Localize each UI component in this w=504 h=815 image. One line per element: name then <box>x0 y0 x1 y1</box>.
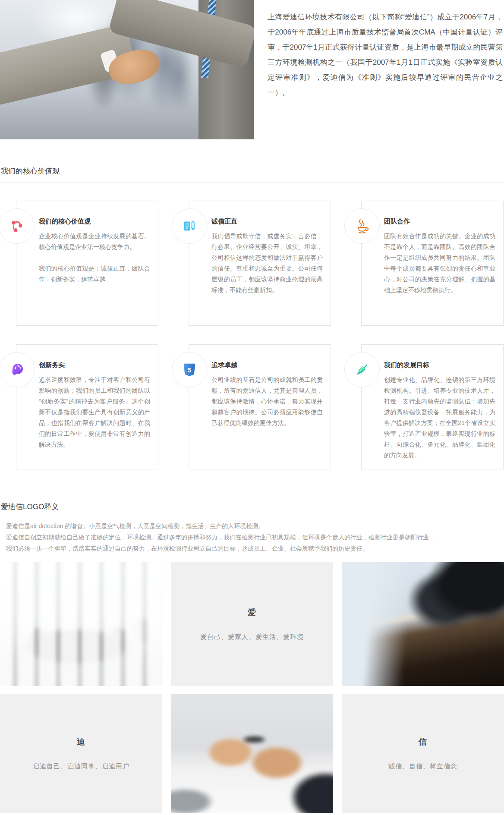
card-title: 追求卓越 <box>211 361 323 369</box>
logo-description-line: 爱迪信是air detection 的谐音。小意是空气检测，大意是空间检测，指生… <box>6 520 502 532</box>
photo-background-layer <box>0 562 162 686</box>
logo-block-xin: 信 诚信、自信、树立信念 <box>342 694 504 813</box>
card-icon-circle <box>344 208 380 244</box>
logo-block-ai: 爱 爱自己、爱家人、爱生活、爱环境 <box>171 562 333 686</box>
card-icon-circle: 5 <box>172 352 207 387</box>
syringe-icon <box>354 362 370 378</box>
handshake-photo <box>0 0 254 139</box>
logo-char: 信 <box>419 736 427 748</box>
meeting-room-photo <box>0 562 162 686</box>
card-paragraph: 我们的核心价值观是：诚信正直，团队合作，创新务实，追求卓越。 <box>39 263 150 285</box>
logo-char: 迪 <box>77 736 85 748</box>
card-title: 我们的发展目标 <box>384 361 495 369</box>
photo-background-layer <box>342 562 504 686</box>
card-paragraph: 公司业绩的基石是公司的成就和员工的贡献，所有的爱迪信人，尤其是管理人员，都应该保… <box>211 374 323 428</box>
card-title: 创新务实 <box>39 361 150 369</box>
elephant-icon <box>9 362 25 378</box>
conference-table-photo <box>342 562 504 686</box>
share-icon <box>9 219 24 233</box>
card-icon-circle <box>0 352 35 387</box>
card-paragraph: 我们倡导戒欺守信，戒虚务实，言必信，行必果。企业经营要公开、诚实、坦率，公司相信… <box>211 231 323 296</box>
card-paragraph: 追求速度和效率，专注于对客户和公司有影响的创新；我们的员工和我们的团队以“创新务… <box>39 374 150 450</box>
card-icon-circle <box>0 208 35 244</box>
card-icon-circle <box>172 208 207 244</box>
value-card: 创新务实 追求速度和效率，专注于对客户和公司有影响的创新；我们的员工和我们的团队… <box>16 344 158 469</box>
card-paragraph: 企业核心价值观是企业持续发展的基石。核心价值观是企业第一核心竞争力。 <box>39 231 150 252</box>
card-title: 我们的核心价值观 <box>39 217 150 226</box>
value-card: 我们的核心价值观 企业核心价值观是企业持续发展的基石。核心价值观是企业第一核心竞… <box>16 201 158 326</box>
logo-description-line: 我们必须一步一个脚印，踏踏实实的通过自己的努力，在环境检测行业树立自己的目标，达… <box>6 543 502 554</box>
about-page: { "about": { "paragraph": "上海爱迪信环境技术有限公司… <box>0 0 504 815</box>
logo-char: 爱 <box>248 607 256 618</box>
card-title: 团队合作 <box>384 217 495 226</box>
card-body: 追求速度和效率，专注于对客户和公司有影响的创新；我们的员工和我们的团队以“创新务… <box>39 374 150 450</box>
value-card: 诚信正直 我们倡导戒欺守信，戒虚务实，言必信，行必果。企业经营要公开、诚实、坦率… <box>189 201 331 326</box>
card-body: 创建专业化、品牌化、连锁的第三方环境检测机构。引进、培养专业的技术人才，打造一支… <box>384 374 495 461</box>
card-paragraph: 团队有效合作是成功的关键。企业的成功不是靠个人，而是靠团队。高效的团队合作一定是… <box>384 231 495 296</box>
document-pencil-icon <box>182 219 197 233</box>
card-body: 团队有效合作是成功的关键。企业的成功不是靠个人，而是靠团队。高效的团队合作一定是… <box>384 231 495 296</box>
value-card: 团队合作 团队有效合作是成功的关键。企业的成功不是靠个人，而是靠团队。高效的团队… <box>361 201 504 326</box>
svg-text:5: 5 <box>188 367 191 374</box>
logo-char-description: 爱自己、爱家人、爱生活、爱环境 <box>200 633 304 641</box>
logo-char-description: 诚信、自信、树立信念 <box>388 762 457 771</box>
section-divider <box>0 183 504 183</box>
section-divider <box>0 517 504 517</box>
value-card: 我们的发展目标 创建专业化、品牌化、连锁的第三方环境检测机构。引进、培养专业的技… <box>361 344 504 469</box>
logo-section-title: 爱迪信LOGO释义 <box>1 502 59 512</box>
card-body: 企业核心价值观是企业持续发展的基石。核心价值观是企业第一核心竞争力。我们的核心价… <box>39 231 150 285</box>
card-body: 我们倡导戒欺守信，戒虚务实，言必信，行必果。企业经营要公开、诚实、坦率，公司相信… <box>211 231 323 296</box>
logo-description: 爱迪信是air detection 的谐音。小意是空气检测，大意是空间检测，指生… <box>6 520 502 554</box>
card-icon-circle <box>344 352 380 387</box>
value-card: 5 追求卓越 公司业绩的基石是公司的成就和员工的贡献，所有的爱迪信人，尤其是管理… <box>189 344 331 469</box>
card-title: 诚信正直 <box>211 217 323 226</box>
java-cup-icon <box>354 218 370 234</box>
card-paragraph: 创建专业化、品牌化、连锁的第三方环境检测机构。引进、培养专业的技术人才，打造一支… <box>384 374 495 461</box>
logo-description-line: 爱迪信自创立初期就给自己做了准确的定位，环境检测。通过多年的拼搏和努力，我们在检… <box>6 532 502 543</box>
logo-char-description: 启迪自己、启迪同事、启迪用户 <box>33 762 129 771</box>
logo-block-di: 迪 启迪自己、启迪同事、启迪用户 <box>0 694 162 813</box>
photo-background-layer <box>171 694 333 813</box>
values-section-title: 我们的核心价值观 <box>1 166 60 176</box>
shield-5-icon: 5 <box>182 362 197 377</box>
card-body: 公司业绩的基石是公司的成就和员工的贡献，所有的爱迪信人，尤其是管理人员，都应该保… <box>211 374 323 428</box>
business-hands-photo <box>171 694 333 813</box>
company-intro-paragraph: 上海爱迪信环境技术有限公司（以下简称“爱迪信”）成立于2006年7月，于2006… <box>268 9 503 100</box>
